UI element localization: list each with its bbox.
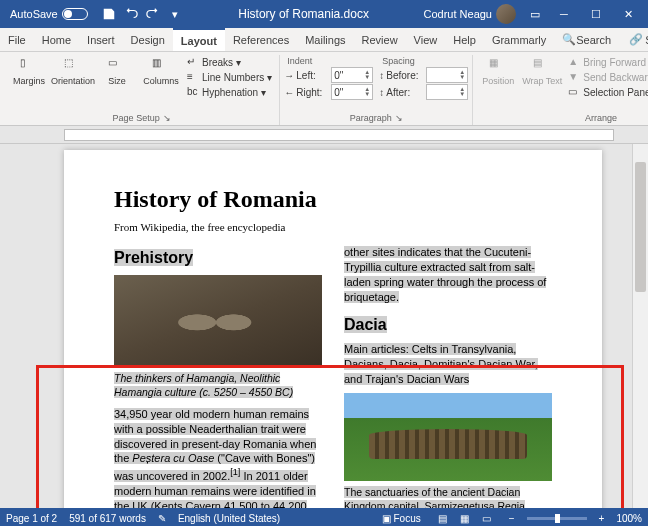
selection-pane-button[interactable]: ▭Selection Pane — [565, 85, 648, 99]
size-button[interactable]: ▭Size — [96, 55, 138, 89]
view-web-layout[interactable]: ▭ — [477, 510, 497, 526]
body-paragraph-1: 34,950 year old modern human remains wit… — [114, 407, 322, 508]
status-language[interactable]: English (United States) — [178, 513, 280, 524]
close-button[interactable]: ✕ — [612, 0, 644, 28]
group-label-arrange: Arrange — [585, 113, 617, 123]
caption-sarmizegetusa: The sanctuaries of the ancient Dacian Ki… — [344, 485, 552, 509]
share-button[interactable]: 🔗 Share — [619, 28, 648, 51]
group-label-page-setup: Page Setup — [113, 113, 160, 123]
spacing-before[interactable]: ↕ Before:▲▼ — [379, 67, 468, 83]
line-numbers-button[interactable]: ≡Line Numbers ▾ — [184, 70, 275, 84]
ruler-area — [0, 126, 648, 144]
statusbar: Page 1 of 2 591 of 617 words ✎ English (… — [0, 508, 648, 526]
toggle-icon — [62, 8, 88, 20]
image-sarmizegetusa — [344, 393, 552, 481]
column-1: Prehistory The thinkers of Hamangia, Neo… — [114, 245, 322, 508]
indent-left[interactable]: → Left:0"▲▼ — [284, 67, 373, 83]
wrap-text-button: ▤Wrap Text — [521, 55, 563, 89]
document-area: History of Romania From Wikipedia, the f… — [0, 144, 648, 508]
window-controls: ─ ☐ ✕ — [548, 0, 644, 28]
tab-home[interactable]: Home — [34, 28, 79, 51]
focus-mode-button[interactable]: ▣ Focus — [382, 513, 421, 524]
zoom-slider[interactable] — [527, 517, 587, 520]
group-paragraph: Indent → Left:0"▲▼ ← Right:0"▲▼ Spacing … — [280, 55, 473, 125]
orientation-button[interactable]: ⬚Orientation — [52, 55, 94, 89]
heading-prehistory: Prehistory — [114, 247, 322, 269]
tab-layout[interactable]: Layout — [173, 28, 225, 51]
scroll-thumb[interactable] — [635, 162, 646, 292]
search-label: Search — [576, 34, 611, 46]
tab-help[interactable]: Help — [445, 28, 484, 51]
undo-icon[interactable] — [124, 7, 138, 21]
tab-file[interactable]: File — [0, 28, 34, 51]
ribbon-display-icon[interactable]: ▭ — [528, 7, 542, 21]
column-2: other sites indicates that the Cucuteni-… — [344, 245, 552, 508]
avatar — [496, 4, 516, 24]
view-print-layout[interactable]: ▦ — [455, 510, 475, 526]
ribbon: ▯Margins ⬚Orientation ▭Size ▥Columns ↵Br… — [0, 52, 648, 126]
redo-icon[interactable] — [146, 7, 160, 21]
columns-button[interactable]: ▥Columns — [140, 55, 182, 89]
spacing-header: Spacing — [379, 55, 468, 66]
tab-review[interactable]: Review — [354, 28, 406, 51]
indent-right[interactable]: ← Right:0"▲▼ — [284, 84, 373, 100]
hyphenation-button[interactable]: bcHyphenation ▾ — [184, 85, 275, 99]
group-page-setup: ▯Margins ⬚Orientation ▭Size ▥Columns ↵Br… — [4, 55, 280, 125]
page-subtitle: From Wikipedia, the free encyclopedia — [114, 221, 552, 233]
page[interactable]: History of Romania From Wikipedia, the f… — [64, 150, 602, 508]
main-articles: Main articles: Celts in Transylvania, Da… — [344, 342, 552, 387]
indent-header: Indent — [284, 55, 373, 66]
status-words[interactable]: 591 of 617 words — [69, 513, 146, 524]
dialog-launcher-icon[interactable]: ↘ — [163, 113, 171, 123]
autosave-toggle[interactable]: AutoSave — [4, 8, 94, 20]
document-title: History of Romania.docx — [190, 7, 418, 21]
search-button[interactable]: 🔍 Search — [554, 28, 619, 51]
body-paragraph-2: other sites indicates that the Cucuteni-… — [344, 245, 552, 304]
tab-view[interactable]: View — [406, 28, 446, 51]
tab-grammarly[interactable]: Grammarly — [484, 28, 554, 51]
autosave-label: AutoSave — [10, 8, 58, 20]
group-label-paragraph: Paragraph — [350, 113, 392, 123]
caption-hamangia: The thinkers of Hamangia, Neolithic Hama… — [114, 371, 322, 399]
spacing-after[interactable]: ↕ After:▲▼ — [379, 84, 468, 100]
vertical-scrollbar[interactable] — [632, 144, 648, 508]
send-backward-button: ▼Send Backward ▾ — [565, 70, 648, 84]
tab-references[interactable]: References — [225, 28, 297, 51]
bring-forward-button: ▲Bring Forward ▾ — [565, 55, 648, 69]
zoom-out-button[interactable]: − — [509, 513, 515, 524]
ruler[interactable] — [64, 129, 614, 141]
user-account[interactable]: Codrut Neagu — [418, 4, 523, 24]
page-title: History of Romania — [114, 186, 552, 213]
zoom-in-button[interactable]: + — [599, 513, 605, 524]
dialog-launcher-icon[interactable]: ↘ — [395, 113, 403, 123]
zoom-level[interactable]: 100% — [616, 513, 642, 524]
status-spellcheck-icon[interactable]: ✎ — [158, 513, 166, 524]
quick-access-toolbar: ▾ — [94, 7, 190, 21]
ribbon-tabs: File Home Insert Design Layout Reference… — [0, 28, 648, 52]
breaks-button[interactable]: ↵Breaks ▾ — [184, 55, 275, 69]
maximize-button[interactable]: ☐ — [580, 0, 612, 28]
tab-insert[interactable]: Insert — [79, 28, 123, 51]
view-read-mode[interactable]: ▤ — [433, 510, 453, 526]
save-icon[interactable] — [102, 7, 116, 21]
image-hamangia-thinkers — [114, 275, 322, 367]
user-name: Codrut Neagu — [424, 8, 493, 20]
qat-more-icon[interactable]: ▾ — [168, 7, 182, 21]
titlebar: AutoSave ▾ History of Romania.docx Codru… — [0, 0, 648, 28]
position-button: ▦Position — [477, 55, 519, 89]
tab-mailings[interactable]: Mailings — [297, 28, 353, 51]
group-arrange: ▦Position ▤Wrap Text ▲Bring Forward ▾ ▼S… — [473, 55, 648, 125]
margins-button[interactable]: ▯Margins — [8, 55, 50, 89]
status-page[interactable]: Page 1 of 2 — [6, 513, 57, 524]
heading-dacia: Dacia — [344, 314, 552, 336]
tab-design[interactable]: Design — [123, 28, 173, 51]
minimize-button[interactable]: ─ — [548, 0, 580, 28]
